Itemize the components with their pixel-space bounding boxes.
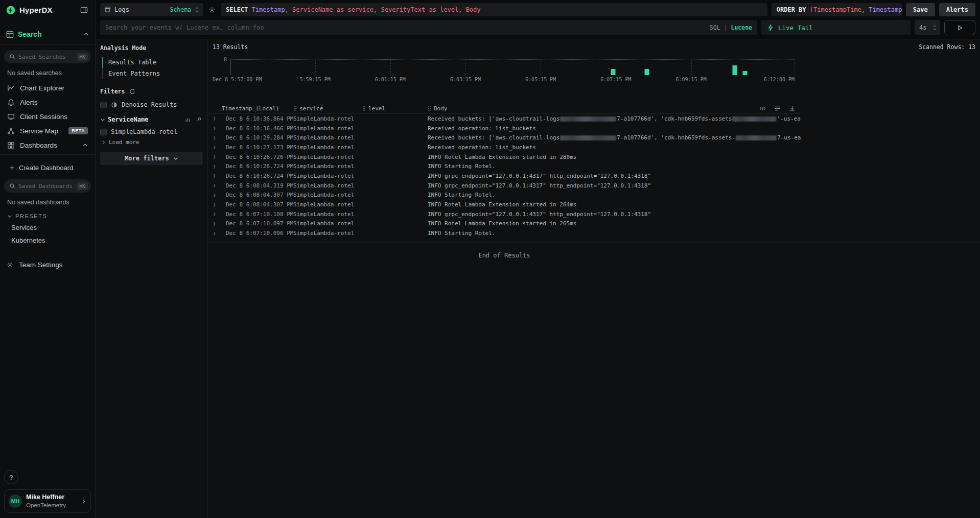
presets-label: PRESETS [15,213,47,219]
saved-dashboards-input[interactable]: Saved Dashboards ⌘K [4,179,91,193]
table-row[interactable]: ❯Dec 8 6:07:10.108 PMSimpleLambda-rotelI… [208,209,801,219]
mode-event-patterns[interactable]: Event Patterns [102,68,203,79]
sidebar-item-chart-explorer[interactable]: Chart Explorer [4,81,91,95]
mode-results-table[interactable]: Results Table [102,57,203,68]
saved-searches-input[interactable]: Saved Searches ⌘K [4,50,91,63]
drag-handle-icon[interactable] [293,106,297,111]
sidebar-item-client-sessions[interactable]: Client Sessions [4,109,91,124]
cell-body: INFO grpc_endpoint="127.0.0.1:4317" http… [428,211,801,218]
refresh-filters-icon[interactable] [128,87,136,96]
table-row[interactable]: ❯Dec 8 6:08:04.319 PMSimpleLambda-rotelI… [208,181,801,191]
help-button[interactable]: ? [4,470,18,484]
table-row[interactable]: ❯Dec 8 6:10:26.724 PMSimpleLambda-rotelI… [208,161,801,171]
expand-row-icon[interactable]: ❯ [208,154,222,159]
save-button[interactable]: Save [906,3,935,16]
chevron-up-icon [82,143,88,148]
table-row[interactable]: ❯Dec 8 6:08:04.307 PMSimpleLambda-rotelI… [208,191,801,200]
drag-handle-icon[interactable] [362,106,366,111]
lucene-option[interactable]: Lucene [731,24,752,31]
sidebar-item-service-map[interactable]: Service Map BETA [4,124,91,138]
table-row[interactable]: ❯Dec 8 6:10:36.864 PMSimpleLambda-rotelR… [208,114,801,124]
sidebar-item-search[interactable]: Search [0,28,95,40]
presets-toggle[interactable]: PRESETS [7,213,91,219]
expand-row-icon[interactable]: ❯ [208,231,222,236]
create-dashboard-button[interactable]: Create Dashboard [4,160,91,175]
histogram-bar[interactable] [644,69,649,75]
table-row[interactable]: ❯Dec 8 6:08:04.307 PMSimpleLambda-rotelI… [208,200,801,209]
servicename-filter-group[interactable]: ServiceName [100,115,203,124]
column-header-service[interactable]: service [293,105,362,112]
run-query-play-button[interactable] [944,20,975,35]
separator: | [724,24,728,31]
analysis-mode-list: Results Table Event Patterns [102,57,203,79]
view-source-code-icon[interactable] [758,104,767,113]
user-menu[interactable]: MH Mike Heffner OpenTelemetry [4,489,91,513]
cell-timestamp: Dec 8 6:07:10.108 PM [222,211,293,218]
nav-label: Alerts [20,99,88,106]
column-header-timestamp[interactable]: Timestamp (Local) [222,105,293,112]
sidebar-item-dashboards[interactable]: Dashboards [4,138,91,152]
expand-row-icon[interactable]: ❯ [208,126,222,131]
row-density-icon[interactable] [773,104,782,113]
expand-row-icon[interactable]: ❯ [208,211,222,217]
sidebar-item-team-settings[interactable]: Team Settings [0,257,95,272]
denoise-results-checkbox-row[interactable]: Denoise Results [100,101,203,108]
preset-item-kubernetes[interactable]: Kubernetes [4,234,91,247]
query-language-toggle[interactable]: SQL | Lucene [710,24,752,31]
histogram-bar[interactable] [611,69,615,75]
sql-option[interactable]: SQL [710,24,720,31]
checkbox[interactable] [100,129,107,135]
alerts-button[interactable]: Alerts [939,3,975,16]
table-row[interactable]: ❯Dec 8 6:10:29.284 PMSimpleLambda-rotelR… [208,133,801,143]
pin-icon[interactable] [195,115,203,124]
source-select[interactable]: Logs Schema [100,3,203,16]
checkbox[interactable] [100,102,107,108]
expand-row-icon[interactable]: ❯ [208,135,222,140]
histogram-bar[interactable] [742,71,747,75]
drag-handle-icon[interactable] [428,106,431,111]
sidebar-collapse-button[interactable] [79,5,89,15]
expand-row-icon[interactable]: ❯ [208,116,222,121]
expand-row-icon[interactable]: ❯ [208,145,222,150]
redacted-block [732,116,776,122]
more-filters-button[interactable]: More filters [100,152,203,165]
event-search-input[interactable]: Search your events w/ Lucene ex. column:… [100,20,757,35]
expand-row-icon[interactable]: ❯ [208,221,222,226]
chart-plot-area[interactable]: 8 [230,59,795,75]
cell-body: INFO Rotel Lambda Extension started in 2… [428,154,801,160]
cell-timestamp: Dec 8 6:08:04.307 PM [222,192,293,198]
expand-row-icon[interactable]: ❯ [208,202,222,207]
expand-row-icon[interactable]: ❯ [208,183,222,188]
cell-timestamp: Dec 8 6:10:26.724 PM [222,163,293,170]
service-map-icon [7,127,15,135]
x-tick-label: 6:07:15 PM [600,77,631,82]
table-row[interactable]: ❯Dec 8 6:07:10.097 PMSimpleLambda-rotelI… [208,219,801,229]
live-tail-button[interactable]: Live Tail [761,20,911,35]
user-org: OpenTelemetry [26,502,77,509]
nav-label: Dashboards [20,142,77,149]
order-by-input[interactable]: ORDER BY (TimestampTime, Timestamp) DESC [772,3,902,16]
expand-row-icon[interactable]: ❯ [208,193,222,198]
table-row[interactable]: ❯Dec 8 6:07:10.096 PMSimpleLambda-rotelI… [208,228,801,238]
schema-link[interactable]: Schema [170,6,191,13]
table-row[interactable]: ❯Dec 8 6:10:36.466 PMSimpleLambda-rotelR… [208,124,801,133]
table-row[interactable]: ❯Dec 8 6:10:26.724 PMSimpleLambda-rotelI… [208,171,801,181]
expand-row-icon[interactable]: ❯ [208,164,222,169]
select-query-input[interactable]: SELECT Timestamp, ServiceName as service… [221,3,767,16]
source-settings-gear-icon[interactable] [207,5,217,14]
facet-chart-icon[interactable] [184,115,192,124]
cell-service: SimpleLambda-rotel [293,134,362,141]
results-histogram[interactable]: 8 Dec 8 5:57:00 PM5:59:15 PM6:01:15 PM6:… [230,59,795,84]
load-more-button[interactable]: Load more [101,139,203,146]
preset-item-services[interactable]: Services [4,221,91,234]
histogram-bar[interactable] [732,65,737,75]
table-row[interactable]: ❯Dec 8 6:10:27.173 PMSimpleLambda-rotelR… [208,143,801,152]
column-header-level[interactable]: level [362,105,428,112]
table-row[interactable]: ❯Dec 8 6:10:26.726 PMSimpleLambda-rotelI… [208,152,801,162]
column-header-body[interactable]: Body [428,105,801,112]
refresh-interval-select[interactable]: 4s [915,20,940,35]
download-icon[interactable] [788,104,797,113]
facet-simplelambda-rotel[interactable]: SimpleLambda-rotel [100,128,203,135]
expand-row-icon[interactable]: ❯ [208,173,222,178]
sidebar-item-alerts[interactable]: Alerts [4,95,91,109]
